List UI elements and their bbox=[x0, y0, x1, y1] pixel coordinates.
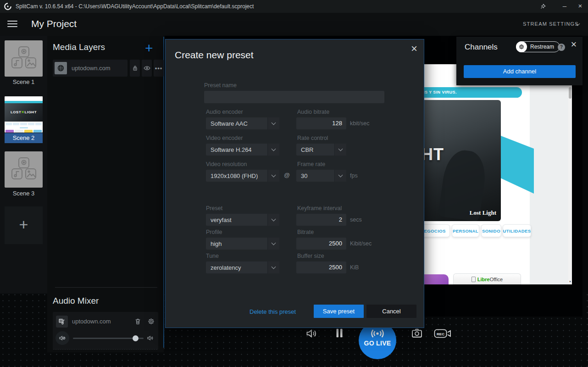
preset-name-label: Preset name bbox=[204, 82, 237, 89]
audio-encoder-dropdown[interactable]: Software AAC bbox=[206, 117, 279, 129]
splitcam-logo-icon bbox=[4, 2, 12, 11]
audio-mixer-title: Audio Mixer bbox=[53, 296, 99, 306]
chevron-down-icon bbox=[267, 117, 279, 129]
cancel-button[interactable]: Cancel bbox=[366, 305, 416, 318]
rec-icon: REC bbox=[434, 328, 451, 339]
mini-page-hero: LOST✕LIGHT bbox=[5, 103, 43, 122]
video-resolution-label: Video resolution bbox=[206, 161, 247, 167]
scene-2-label[interactable]: Scene 2 bbox=[5, 133, 43, 143]
source-settings-button[interactable] bbox=[147, 317, 155, 325]
trash-icon bbox=[134, 317, 142, 325]
buffer-size-label: Buffer size bbox=[297, 253, 324, 259]
preset-dropdown[interactable]: veryfast bbox=[206, 214, 279, 226]
delete-source-button[interactable] bbox=[134, 317, 142, 325]
bitrate-label: Bitrate bbox=[297, 229, 314, 235]
scrollbar-arrow-icon: ▾ bbox=[568, 280, 572, 284]
scene-3-label[interactable]: Scene 3 bbox=[5, 189, 43, 199]
hamburger-menu-icon[interactable] bbox=[7, 21, 17, 28]
window-title: SplitCam v. 10.6.54 x64 - C:\Users\WDAGU… bbox=[16, 0, 254, 13]
minimize-button[interactable]: – bbox=[557, 0, 572, 13]
app-header bbox=[0, 13, 588, 36]
eye-icon bbox=[143, 64, 151, 72]
chevron-down-icon bbox=[267, 261, 279, 273]
channels-title: Channels bbox=[465, 43, 498, 52]
preset-name-input[interactable] bbox=[204, 91, 384, 103]
audio-encoder-label: Audio encoder bbox=[206, 109, 243, 115]
help-button[interactable]: ? bbox=[558, 44, 565, 51]
record-button[interactable]: REC bbox=[434, 328, 451, 339]
mixer-divider bbox=[55, 287, 157, 288]
video-encoder-label: Video encoder bbox=[206, 135, 243, 141]
media-layer-name: uptodown.com bbox=[72, 65, 111, 72]
project-title: My Project bbox=[31, 18, 77, 29]
chevron-down-icon bbox=[267, 238, 279, 250]
scene-3-thumbnail[interactable] bbox=[5, 151, 43, 188]
audio-output-button[interactable] bbox=[305, 327, 318, 340]
tune-dropdown[interactable]: zerolatency bbox=[206, 261, 279, 273]
audio-bitrate-unit: kbit/sec bbox=[350, 117, 369, 129]
page-scrollbar: ▾ bbox=[568, 64, 572, 284]
hero-caption: Lost Light bbox=[470, 209, 496, 217]
mini-page-links bbox=[5, 122, 43, 126]
add-channel-button[interactable]: Add channel bbox=[464, 65, 576, 78]
webpage-layer-preview: ATIS Y SIN VIRUS. HT Lost Light NEGOCIOS… bbox=[424, 64, 572, 284]
at-separator: @ bbox=[284, 172, 290, 178]
video-resolution-dropdown[interactable]: 1920x1080 (FHD) bbox=[206, 170, 279, 182]
mute-button[interactable] bbox=[55, 331, 69, 345]
pause-button[interactable] bbox=[333, 327, 345, 339]
scene-2-mini-page: LOST✕LIGHT bbox=[5, 96, 43, 133]
scene-1-thumbnail[interactable] bbox=[5, 40, 43, 77]
speaker-icon bbox=[147, 334, 154, 342]
scene-1-label[interactable]: Scene 1 bbox=[5, 77, 43, 87]
panel-divider bbox=[163, 37, 164, 348]
svg-text:REC: REC bbox=[437, 332, 444, 336]
restream-label: Restream bbox=[530, 44, 554, 50]
page-teal-shape bbox=[501, 129, 534, 194]
add-scene-button[interactable]: + bbox=[5, 206, 43, 244]
frame-rate-dropdown[interactable]: 30 bbox=[296, 170, 346, 182]
create-preset-dialog: Create new preset × Preset name Audio en… bbox=[165, 39, 424, 328]
media-layer-row[interactable]: uptodown.com bbox=[53, 60, 128, 77]
audio-bitrate-input[interactable]: 128 bbox=[296, 117, 346, 129]
audio-mixer-source: uptodown.com bbox=[53, 312, 158, 350]
keyframe-interval-input[interactable]: 2 bbox=[296, 214, 346, 226]
add-media-layer-button[interactable]: + bbox=[145, 40, 153, 56]
mini-page-tiles bbox=[5, 129, 43, 133]
go-live-label: GO LIVE bbox=[359, 339, 396, 347]
media-source-icon bbox=[56, 316, 68, 328]
tune-label: Tune bbox=[206, 253, 219, 259]
lock-icon bbox=[132, 65, 139, 72]
layer-visibility-button[interactable] bbox=[142, 60, 152, 77]
keyframe-interval-label: Keyframe interval bbox=[297, 205, 342, 211]
screenshot-button[interactable] bbox=[410, 327, 423, 339]
delete-preset-link[interactable]: Delete this preset bbox=[250, 308, 296, 315]
buffer-size-input[interactable]: 2500 bbox=[296, 261, 346, 273]
video-encoder-dropdown[interactable]: Software H.264 bbox=[206, 144, 279, 156]
stream-settings-button[interactable]: STREAM SETTINGS bbox=[523, 21, 579, 27]
scene-2-thumbnail[interactable]: LOST✕LIGHT bbox=[5, 96, 43, 133]
profile-dropdown[interactable]: high bbox=[206, 238, 279, 250]
chevron-down-icon bbox=[267, 144, 279, 156]
volume-slider-thumb[interactable] bbox=[133, 335, 139, 341]
bitrate-input[interactable]: 2500 bbox=[296, 238, 346, 250]
channels-close-button[interactable]: × bbox=[568, 39, 579, 50]
mini-page-links2 bbox=[5, 126, 43, 129]
mini-page-header bbox=[5, 96, 43, 101]
window-close-button[interactable]: × bbox=[572, 0, 588, 13]
page-banner: ATIS Y SIN VIRUS. bbox=[415, 87, 522, 98]
save-preset-button[interactable]: Save preset bbox=[314, 305, 364, 318]
category-pill-utilidades: UTILIDADES bbox=[503, 224, 531, 237]
speaker-loud-icon bbox=[305, 327, 318, 340]
rate-control-label: Rate control bbox=[297, 135, 328, 141]
dialog-title: Create new preset bbox=[175, 50, 254, 61]
category-pill-sonido: SONIDO bbox=[481, 224, 501, 237]
restream-gear-icon bbox=[516, 41, 527, 52]
restream-button[interactable]: Restream bbox=[516, 41, 560, 52]
libreoffice-card: LibreOffice bbox=[453, 273, 521, 284]
bitrate-unit: Kibit/sec bbox=[350, 238, 372, 250]
lock-layer-button[interactable] bbox=[130, 60, 140, 77]
layer-more-options-button[interactable]: ••• bbox=[154, 60, 164, 77]
dialog-close-button[interactable]: × bbox=[408, 42, 421, 55]
frame-rate-unit: fps bbox=[350, 170, 358, 182]
rate-control-dropdown[interactable]: CBR bbox=[296, 144, 346, 156]
